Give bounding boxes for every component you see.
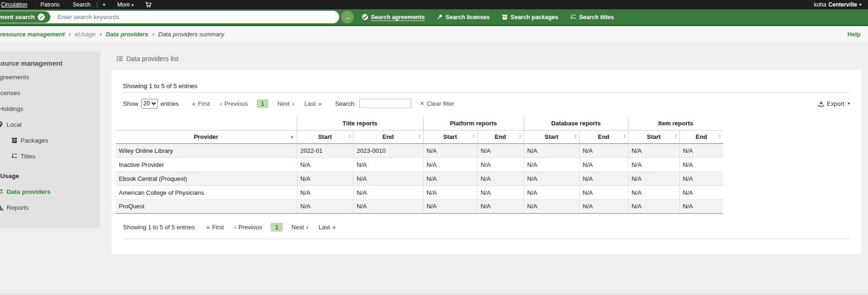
agreement-search-tab[interactable]: Agreement search	[0, 11, 51, 23]
sort-ascending-icon: ▲	[290, 135, 294, 139]
sidebar-item-packages[interactable]: Packages	[0, 132, 100, 148]
entries-info-bottom: Showing 1 to 5 of 5 entries	[123, 224, 195, 231]
col-start[interactable]: Start▲▼	[297, 130, 353, 144]
sidebar-item-reports[interactable]: Reports	[0, 199, 100, 215]
report-cell: 2022-01	[297, 144, 353, 158]
export-button[interactable]: Export ▼	[818, 100, 851, 107]
group-database-reports: Database reports	[524, 117, 628, 130]
last-page-button[interactable]: Last»	[314, 223, 341, 232]
previous-page-button[interactable]: ‹Previous	[229, 223, 267, 232]
report-cell: N/A	[423, 185, 477, 199]
col-start[interactable]: Start▲▼	[524, 130, 579, 144]
col-end[interactable]: End▲▼	[477, 130, 524, 144]
sidebar-item-local[interactable]: Local	[0, 117, 100, 132]
next-page-button[interactable]: Next›	[287, 223, 314, 232]
report-cell: N/A	[353, 158, 423, 172]
report-cell: N/A	[579, 172, 628, 185]
report-cell: N/A	[679, 144, 723, 158]
last-page-button[interactable]: Last»	[299, 99, 327, 108]
previous-page-button[interactable]: ‹Previous	[215, 99, 253, 108]
search-titles-link[interactable]: Search titles	[570, 14, 614, 21]
breadcrumb-erm[interactable]: E-resource management	[0, 31, 65, 38]
col-provider[interactable]: Provider▲	[116, 130, 297, 144]
sidebar-item-eusage[interactable]: eUsage	[0, 168, 100, 184]
gavel-icon	[437, 14, 443, 20]
report-cell: N/A	[579, 199, 628, 213]
current-page-button[interactable]: 1	[271, 223, 282, 232]
show-label: Show	[123, 100, 138, 107]
clear-filter-button[interactable]: ✕ Clear filter	[420, 100, 454, 107]
col-end[interactable]: End▲▼	[679, 130, 723, 144]
nav-item-circulation[interactable]: Circulation	[0, 1, 34, 8]
data-providers-panel: Showing 1 to 5 of 5 entries Show 20 entr…	[112, 70, 861, 254]
search-agreements-link[interactable]: Search agreements	[362, 14, 424, 21]
first-page-button[interactable]: «First	[201, 223, 229, 232]
download-icon	[818, 101, 824, 107]
erm-sidebar: E-resource management Agreements License…	[0, 51, 100, 228]
per-page-select[interactable]: 20	[141, 99, 158, 109]
breadcrumb-separator-icon: ›	[69, 31, 71, 37]
col-start[interactable]: Start▲▼	[628, 130, 679, 144]
user-menu[interactable]: koha Centerville ▾	[814, 1, 868, 8]
col-start[interactable]: Start▲▼	[423, 130, 477, 144]
col-end[interactable]: End▲▼	[353, 130, 423, 144]
chevron-left-icon: ‹	[234, 224, 236, 231]
bar-chart-icon	[0, 204, 4, 211]
sidebar-item-data-providers[interactable]: Data providers	[0, 184, 100, 199]
search-packages-link[interactable]: Search packages	[502, 14, 558, 21]
help-link[interactable]: Help	[847, 31, 861, 38]
search-licenses-link[interactable]: Search licenses	[437, 14, 490, 21]
report-cell: N/A	[679, 158, 723, 172]
divider	[123, 239, 850, 239]
search-submit-button[interactable]: →	[341, 11, 354, 23]
table-row: American College of Physicians N/A N/A N…	[116, 185, 723, 199]
sidebar-item-eholdings[interactable]: eHoldings	[0, 101, 100, 117]
pagination-bottom: Showing 1 to 5 of 5 entries «First ‹Prev…	[123, 223, 341, 232]
group-header-row: Title reports Platform reports Database …	[116, 117, 723, 130]
data-providers-table: Title reports Platform reports Database …	[116, 117, 723, 214]
breadcrumb-eusage: eUsage	[75, 31, 96, 38]
report-cell: N/A	[679, 172, 723, 185]
sidebar-title-erm[interactable]: E-resource management	[0, 58, 100, 69]
table-controls: Show 20 entries «First ‹Previous 1 Next›…	[123, 97, 851, 110]
next-page-button[interactable]: Next›	[272, 99, 299, 108]
group-platform-reports: Platform reports	[423, 117, 524, 130]
sort-icon: ▲▼	[418, 134, 421, 139]
report-cell: N/A	[477, 158, 524, 172]
check-circle-icon	[362, 14, 368, 20]
first-page-button[interactable]: «First	[187, 99, 215, 108]
report-cell: N/A	[628, 172, 679, 185]
cart-icon[interactable]	[145, 1, 151, 8]
sort-icon: ▲▼	[675, 134, 677, 139]
table-filter-input[interactable]	[359, 99, 411, 108]
col-end[interactable]: End▲▼	[579, 130, 628, 144]
sidebar-item-agreements[interactable]: Agreements	[0, 69, 100, 85]
double-chevron-left-icon: «	[206, 224, 210, 231]
group-item-reports: Item reports	[628, 117, 723, 130]
entries-info-top: Showing 1 to 5 of 5 entries	[123, 82, 198, 89]
sidebar-item-titles[interactable]: Titles	[0, 148, 100, 164]
report-cell: N/A	[423, 199, 477, 213]
report-cell: N/A	[524, 199, 579, 213]
report-cell: N/A	[477, 185, 524, 199]
close-icon: ✕	[420, 100, 424, 107]
current-page-button[interactable]: 1	[257, 99, 268, 108]
search-input[interactable]	[51, 14, 339, 21]
breadcrumb-data-providers[interactable]: Data providers	[106, 31, 148, 38]
sort-icon: ▲▼	[574, 134, 577, 139]
nav-item-more[interactable]: More ▾	[111, 1, 140, 8]
map-pin-icon	[0, 121, 4, 128]
user-prefix: koha	[814, 1, 826, 8]
nav-item-patrons[interactable]: Patrons	[34, 1, 66, 8]
report-cell: N/A	[353, 172, 423, 185]
search-dropdown-caret-icon[interactable]: ▾	[97, 2, 111, 7]
check-circle-icon	[38, 14, 45, 21]
nav-item-search[interactable]: Search	[66, 1, 97, 8]
report-cell: N/A	[477, 144, 524, 158]
exchange-icon	[0, 188, 4, 195]
sort-alpha-icon	[11, 153, 18, 159]
report-cell: N/A	[423, 158, 477, 172]
sidebar-item-licenses[interactable]: Licenses	[0, 85, 100, 101]
entries-label: entries	[161, 100, 179, 107]
divider	[123, 92, 850, 93]
